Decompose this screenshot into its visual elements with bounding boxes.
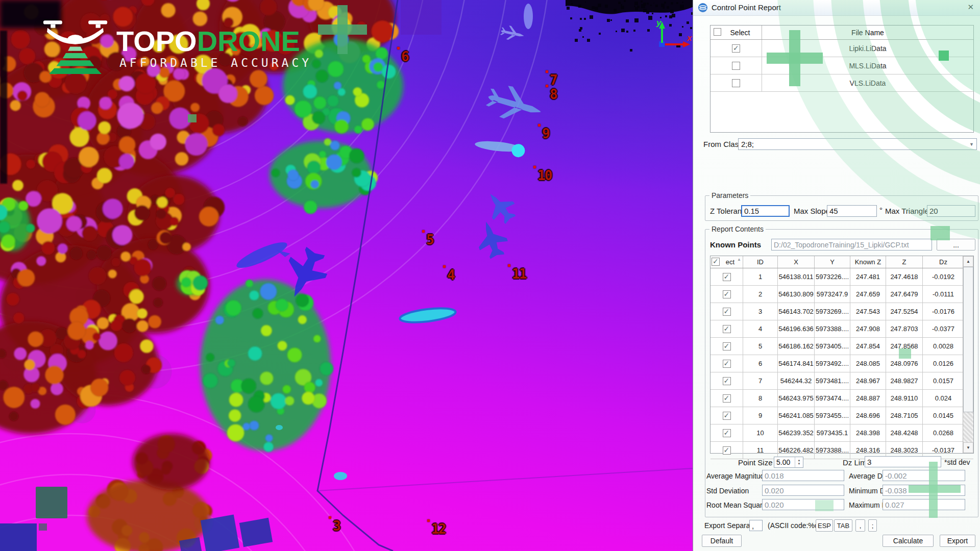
point-cloud-scene: y x <box>0 0 693 551</box>
file-name-cell: MLS.LiData <box>762 57 973 74</box>
gcp-row-select-cell <box>710 338 743 355</box>
dz-limit-input[interactable]: 3 <box>865 456 941 467</box>
gcp-table-row[interactable]: 1546138.0115973226....247.481247.4618-0.… <box>710 268 973 286</box>
gcp-knownz-header[interactable]: Known Z <box>850 256 886 268</box>
gcp-table-row[interactable]: 2546130.8095973247.9247.659247.6479-0.01… <box>710 286 973 303</box>
gcp-id-cell: 5 <box>743 338 778 355</box>
gcp-label-5: 5 <box>426 232 433 247</box>
gcp-table-row[interactable]: 8546243.9755973474....248.887248.91100.0… <box>710 390 973 407</box>
gcp-table-row[interactable]: 4546196.6365973388....247.908247.8703-0.… <box>710 320 973 338</box>
gcp-x-cell: 546174.841 <box>778 355 815 372</box>
gcp-x-header[interactable]: X <box>778 256 815 268</box>
file-select-checkbox[interactable] <box>732 62 740 70</box>
vertical-scrollbar[interactable]: ▲ ▼ <box>963 256 973 453</box>
ascii-code-note: (ASCII code:%d) <box>768 521 821 530</box>
separator-button-4[interactable]: ; <box>868 519 877 532</box>
gcp-label-4: 4 <box>447 267 454 283</box>
scroll-down-icon[interactable]: ▼ <box>963 442 973 453</box>
gcp-row-checkbox[interactable] <box>723 308 731 316</box>
gcp-row-checkbox[interactable] <box>723 360 731 368</box>
max-triangle-input[interactable]: 20 <box>927 205 975 217</box>
gcp-knownz-cell: 247.908 <box>850 320 886 337</box>
file-row[interactable]: MLS.LiData <box>710 57 973 74</box>
slab-1 <box>0 523 37 551</box>
gcp-row-checkbox[interactable] <box>723 412 731 420</box>
file-row[interactable]: Lipki.LiData <box>710 40 973 57</box>
maximum-dz-value: 0.027 <box>883 499 965 510</box>
scrollbar-thumb[interactable] <box>963 267 973 412</box>
gcp-knownz-cell: 247.659 <box>850 286 886 303</box>
gcp-table-row[interactable]: 3546143.7025973269....247.543247.5254-0.… <box>710 303 973 320</box>
gcp-row-checkbox[interactable] <box>723 394 731 403</box>
gcp-row-select-cell <box>710 390 743 407</box>
gcp-label-8: 8 <box>550 87 557 102</box>
gcp-table-row[interactable]: 5546186.1625973405....247.854247.85680.0… <box>710 338 973 355</box>
file-name-header[interactable]: File Name <box>762 26 973 39</box>
point-size-spinner[interactable]: 5.00 ▲▼ <box>774 457 803 468</box>
file-select-checkbox[interactable] <box>732 44 740 53</box>
gcp-id-header[interactable]: ID <box>743 256 778 268</box>
gcp-x-cell: 546196.636 <box>778 320 815 337</box>
file-select-checkbox[interactable] <box>732 79 740 87</box>
gcp-dz-cell: 0.0157 <box>923 372 964 389</box>
gcp-table-row[interactable]: 6546174.8415973492....248.085248.09760.0… <box>710 355 973 372</box>
gcp-row-checkbox[interactable] <box>723 342 731 350</box>
gcp-select-all-checkbox[interactable] <box>712 258 720 266</box>
default-button[interactable]: Default <box>702 535 742 547</box>
gcp-row-checkbox[interactable] <box>723 429 731 437</box>
gcp-select-header[interactable]: ect ▲ <box>710 256 743 268</box>
scroll-up-icon[interactable]: ▲ <box>963 256 973 267</box>
gcp-dz-header[interactable]: Dz <box>923 256 964 268</box>
close-icon[interactable]: ✕ <box>967 3 974 12</box>
separator-button-3[interactable]: , <box>855 519 865 532</box>
gcp-z-cell: 247.4618 <box>886 268 923 285</box>
calculate-button[interactable]: Calculate <box>883 535 934 547</box>
panel-title: Control Point Report <box>712 3 781 12</box>
gcp-row-checkbox[interactable] <box>723 377 731 385</box>
gcp-z-cell: 248.9827 <box>886 372 923 389</box>
separator-button-1[interactable]: ESP <box>816 519 833 532</box>
gcp-row-select-cell <box>710 355 743 372</box>
std-dev-note: *std dev <box>944 458 970 466</box>
gcp-id-cell: 3 <box>743 303 778 320</box>
export-button[interactable]: Export <box>940 535 975 547</box>
panel-title-bar[interactable]: Control Point Report ✕ <box>693 0 980 16</box>
gcp-row-checkbox[interactable] <box>723 446 731 455</box>
gcp-table-row[interactable]: 10546239.3525973435.1248.398248.42480.02… <box>710 424 973 442</box>
export-separator-input[interactable]: , <box>749 520 763 531</box>
gcp-table-row[interactable]: 9546241.0855973455....248.696248.71050.0… <box>710 407 973 424</box>
known-points-path-input[interactable]: D:/02_TopodroneTraining/15_Lipki/GCP.txt <box>771 239 932 251</box>
gcp-knownz-cell: 248.696 <box>850 407 886 424</box>
max-slope-input[interactable]: 45 <box>827 205 877 217</box>
z-tolerance-input[interactable]: 0.15 <box>741 205 790 217</box>
gcp-z-cell: 248.0976 <box>886 355 923 372</box>
from-class-value: 2;8; <box>741 140 754 148</box>
root-mean-square-label: Root Mean Square <box>706 501 767 509</box>
gcp-knownz-cell: 248.967 <box>850 372 886 389</box>
gcp-y-header[interactable]: Y <box>815 256 850 268</box>
file-name-cell: VLS.LiData <box>762 74 973 91</box>
gcp-row-checkbox[interactable] <box>723 273 731 281</box>
brand-drone: DRONE <box>197 25 300 57</box>
gcp-z-cell: 248.4248 <box>886 424 923 441</box>
gcp-z-cell: 247.6479 <box>886 286 923 303</box>
topodrone-watermark: TOPODRONE AFFORDABLE ACCURACY <box>40 15 305 74</box>
file-list-select-header[interactable]: Select <box>710 26 762 39</box>
gcp-row-checkbox[interactable] <box>723 325 731 333</box>
select-all-checkbox[interactable] <box>714 28 721 36</box>
file-row[interactable]: VLS.LiData <box>710 74 973 92</box>
gcp-id-cell: 6 <box>743 355 778 372</box>
gcp-row-checkbox[interactable] <box>723 290 731 298</box>
point-cloud-viewport[interactable]: y x TOPODRONE AFFORDABLE ACCURACY <box>0 0 693 551</box>
gcp-knownz-cell: 248.085 <box>850 355 886 372</box>
gcp-table-row[interactable]: 7546244.325973481....248.967248.98270.01… <box>710 372 973 390</box>
axis-y-label: y <box>656 18 662 28</box>
gcp-id-cell: 8 <box>743 390 778 407</box>
browse-button[interactable]: ... <box>937 239 975 251</box>
from-class-combobox[interactable]: 2;8; ▼ <box>738 138 977 150</box>
gcp-z-header[interactable]: Z <box>886 256 923 268</box>
separator-button-2[interactable]: TAB <box>834 519 852 532</box>
spinner-arrows-icon[interactable]: ▲▼ <box>795 457 803 467</box>
scrollbar-track[interactable] <box>963 412 973 443</box>
gcp-table: ect ▲ ID X Y Known Z Z Dz 1546138.011597… <box>710 256 974 454</box>
